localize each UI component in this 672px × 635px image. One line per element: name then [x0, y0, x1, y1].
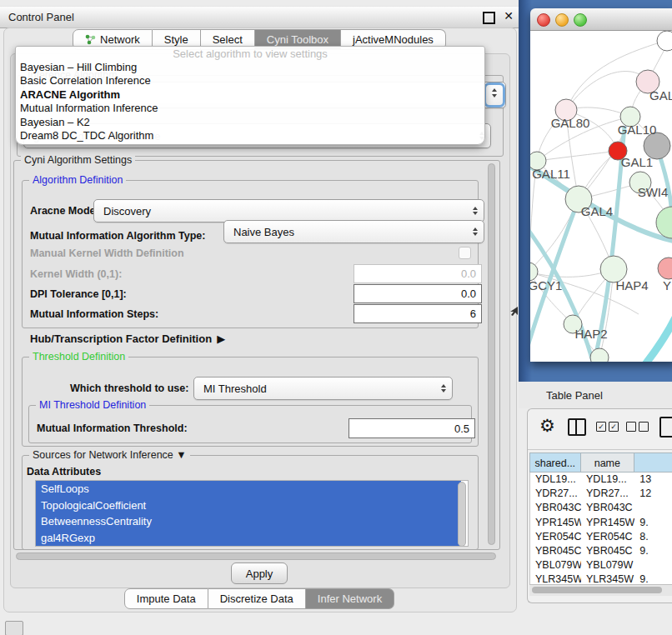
algorithm-option[interactable]: Dream8 DC_TDC Algorithm	[16, 129, 484, 142]
algorithm-option[interactable]: Bayesian – Hill Climbing	[16, 61, 484, 74]
table-horizontal-scrollbar[interactable]	[529, 584, 672, 596]
settings-horizontal-scrollbar[interactable]	[15, 552, 497, 561]
node-label: HAP4	[615, 278, 648, 292]
which-threshold-combobox[interactable]: MI Threshold	[193, 377, 453, 400]
checked-box-icon[interactable]: ✓	[609, 422, 619, 432]
table-cell: YDR27...	[581, 487, 634, 501]
expand-arrow-icon: ▶	[217, 332, 225, 345]
column-header[interactable]: name	[581, 452, 635, 472]
mi-steps-field[interactable]: 6	[354, 304, 482, 323]
sources-group-title[interactable]: Sources for Network Inference ▼	[29, 449, 190, 461]
mi-threshold-field[interactable]: 0.5	[349, 418, 475, 438]
table-cell: YDL19...	[581, 472, 634, 487]
table-row[interactable]: YBR043CYBR043C	[530, 501, 672, 515]
cyni-settings-title: Cyni Algorithm Settings	[21, 154, 135, 166]
table-cell: YPR145W	[530, 516, 581, 530]
network-view-window[interactable]: GALGAL80GAL10GAL1GAL11SWI4GAL4GCY1HAP4YH…	[530, 8, 672, 362]
sources-title-text: Sources for Network Inference	[33, 449, 173, 461]
tab-infer-network[interactable]: Infer Network	[306, 588, 394, 609]
table-header-row: shared...name	[529, 452, 672, 472]
kernel-width-value: 0.0	[461, 268, 476, 280]
algorithm-option[interactable]: ARACNE Algorithm	[16, 88, 484, 102]
hub-definition-toggle[interactable]: Hub/Transcription Factor Definition▶	[30, 332, 225, 345]
data-attribute-option[interactable]: BetweennessCentrality	[36, 513, 461, 530]
table-cell: YPR145W	[581, 516, 634, 530]
document-icon[interactable]	[659, 417, 672, 438]
column-header[interactable]: shared...	[529, 452, 581, 472]
table-row[interactable]: YLR345WYLR345W9.	[530, 572, 672, 584]
dpi-tolerance-field[interactable]: 0.0	[354, 284, 482, 303]
close-window-button[interactable]	[537, 13, 550, 27]
manual-kernel-checkbox[interactable]	[459, 247, 471, 259]
table-cell: YER054C	[530, 530, 581, 544]
network-canvas[interactable]: GALGAL80GAL10GAL1GAL11SWI4GAL4GCY1HAP4YH…	[530, 31, 672, 362]
table-row[interactable]: YER054CYER054C8.	[530, 530, 672, 544]
mi-threshold-label: Mutual Information Threshold:	[37, 422, 188, 434]
table-cell: YDL19...	[530, 472, 581, 487]
tab-impute-data[interactable]: Impute Data	[124, 588, 208, 609]
combobox-arrows-icon	[473, 207, 478, 215]
columns-icon[interactable]	[568, 418, 586, 436]
table-row[interactable]: YBR045CYBR045C9.	[530, 544, 672, 558]
which-threshold-label: Which threshold to use:	[70, 382, 188, 394]
unchecked-box-icon[interactable]	[639, 422, 649, 432]
table-panel-title: Table Panel	[546, 389, 603, 402]
float-panel-icon[interactable]	[483, 12, 495, 24]
table-cell: YBR045C	[530, 544, 581, 558]
table-cell: 9.	[634, 516, 672, 530]
aracne-mode-combobox[interactable]: Discovery	[93, 199, 484, 222]
network-edge[interactable]	[645, 302, 672, 362]
data-attribute-option[interactable]: SelfLoops	[36, 481, 461, 498]
close-panel-icon[interactable]: ✕	[504, 9, 514, 22]
table-row[interactable]: YBL079WYBL079W	[530, 558, 672, 572]
algorithm-dropdown-popup: Select algorithm to view settings Bayesi…	[15, 46, 485, 145]
node-label: GAL	[649, 88, 672, 102]
gear-icon[interactable]: ⚙	[539, 416, 555, 436]
minimize-window-button[interactable]	[555, 13, 569, 27]
node-y[interactable]	[658, 258, 672, 279]
table-cell: 12	[634, 487, 672, 501]
control-panel-title: Control Panel	[8, 11, 74, 23]
algorithm-placeholder-option[interactable]: Select algorithm to view settings	[16, 47, 484, 61]
node-label: Y	[663, 278, 671, 292]
column-header[interactable]	[634, 452, 672, 472]
attributes-scrollbar[interactable]	[457, 482, 467, 545]
table-row[interactable]: YDR27...YDR27...12	[530, 487, 672, 501]
data-attribute-option[interactable]: TopologicalCoefficient	[36, 498, 461, 514]
threshold-definition-title: Threshold Definition	[29, 351, 128, 362]
unchecked-box-icon[interactable]	[626, 422, 636, 432]
node-swi4[interactable]	[656, 207, 672, 238]
checked-box-icon[interactable]: ✓	[596, 422, 606, 432]
cyni-mode-tabbar: Impute DataDiscretize DataInfer Network	[0, 588, 519, 609]
network-window-titlebar[interactable]	[530, 8, 672, 31]
table-row[interactable]: YPR145WYPR145W9.	[530, 516, 672, 530]
table-cell: 13	[634, 472, 672, 487]
network-node[interactable]	[657, 31, 672, 51]
data-attributes-list[interactable]: SelfLoopsTopologicalCoefficientBetweenne…	[35, 480, 469, 547]
tab-discretize-data[interactable]: Discretize Data	[208, 588, 306, 609]
data-attribute-option[interactable]: gal4RGexp	[36, 530, 461, 547]
mi-steps-label: Mutual Information Steps:	[30, 308, 158, 320]
node-label: HAP2	[574, 327, 607, 341]
table-row[interactable]: YDL19...YDL19...13	[530, 472, 672, 487]
table-panel-titlebar: Table Panel	[519, 382, 672, 408]
network-edge[interactable]	[566, 72, 648, 110]
node-label: GCY1	[530, 278, 562, 292]
algorithm-option[interactable]: Basic Correlation Inference	[16, 74, 484, 88]
table-cell: YBL079W	[581, 558, 634, 572]
network-node[interactable]	[590, 348, 609, 362]
algorithm-option[interactable]: Mutual Information Inference	[16, 102, 484, 115]
mi-type-combobox[interactable]: Naive Bayes	[223, 220, 484, 243]
algorithm-option[interactable]: Bayesian – K2	[16, 116, 484, 129]
table-cell: YLR345W	[581, 572, 634, 584]
docked-panel-icon[interactable]	[5, 621, 23, 635]
table-cell: 9.	[634, 572, 672, 584]
cytoscape-desktop: GALGAL80GAL10GAL1GAL11SWI4GAL4GCY1HAP4YH…	[519, 0, 672, 382]
mi-type-label: Mutual Information Algorithm Type:	[30, 230, 205, 242]
dpi-tolerance-value: 0.0	[461, 288, 476, 300]
zoom-window-button[interactable]	[574, 13, 587, 27]
node-label: GAL4	[581, 204, 613, 218]
apply-button[interactable]: Apply	[231, 562, 288, 584]
settings-vertical-scrollbar[interactable]	[487, 163, 496, 545]
combobox-arrows-icon	[473, 228, 478, 236]
